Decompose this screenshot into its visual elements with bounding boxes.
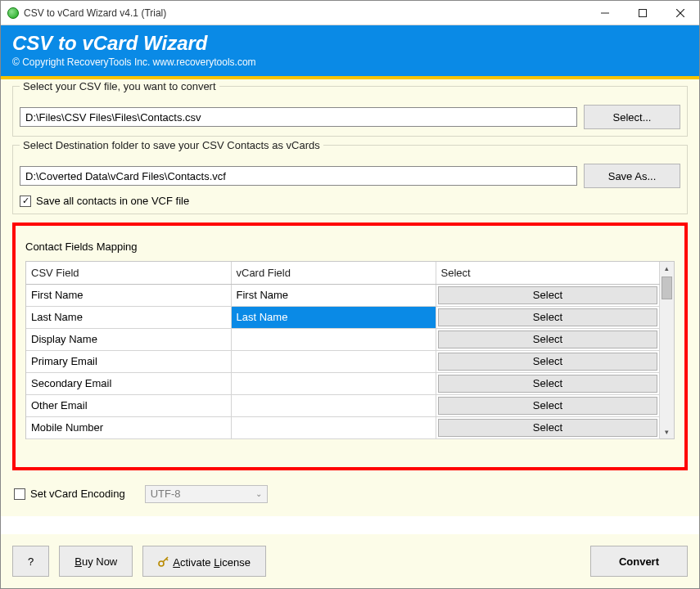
mapping-header-vcard[interactable]: vCard Field <box>231 262 436 284</box>
buy-now-button[interactable]: Buy Now <box>59 546 133 577</box>
select-cell: Select <box>436 284 660 306</box>
table-row[interactable]: Display NameSelect <box>26 328 660 350</box>
convert-button[interactable]: Convert <box>590 546 688 577</box>
destination-legend: Select Destination folder to save your C… <box>20 139 323 151</box>
window-maximize-button[interactable] <box>624 1 662 25</box>
select-cell: Select <box>436 416 660 438</box>
encoding-row: Set vCard Encoding UTF-8 ⌄ <box>14 485 686 503</box>
table-row[interactable]: Mobile NumberSelect <box>26 416 660 438</box>
mapping-group: Contact Fields Mapping CSV Field vCard F… <box>12 223 688 470</box>
csv-field-cell[interactable]: Other Email <box>26 394 231 416</box>
destination-path-input[interactable] <box>20 166 577 186</box>
activate-license-button[interactable]: Activate License <box>142 546 266 577</box>
csv-field-cell[interactable]: First Name <box>26 284 231 306</box>
source-legend: Select your CSV file, you want to conver… <box>20 80 219 92</box>
csv-field-cell[interactable]: Secondary Email <box>26 372 231 394</box>
encoding-checkbox[interactable] <box>14 488 25 500</box>
app-header: CSV to vCard Wizard © Copyright Recovery… <box>1 25 699 79</box>
vcard-field-cell[interactable] <box>231 328 436 350</box>
table-row[interactable]: Last NameLast NameSelect <box>26 306 660 328</box>
mapping-select-button[interactable]: Select <box>438 419 658 437</box>
mapping-select-button[interactable]: Select <box>438 330 658 348</box>
csv-field-cell[interactable]: Display Name <box>26 328 231 350</box>
mapping-select-button[interactable]: Select <box>438 308 658 326</box>
window-titlebar: CSV to vCard Wizard v4.1 (Trial) <box>1 1 699 25</box>
svg-rect-1 <box>639 9 647 16</box>
encoding-dropdown[interactable]: UTF-8 ⌄ <box>145 485 268 503</box>
mapping-header-select[interactable]: Select <box>436 262 660 284</box>
save-all-label: Save all contacts in one VCF file <box>36 195 189 207</box>
scroll-up-icon[interactable]: ▴ <box>660 262 674 275</box>
csv-field-cell[interactable]: Last Name <box>26 306 231 328</box>
encoding-label: Set vCard Encoding <box>30 488 125 500</box>
vcard-field-cell[interactable] <box>231 350 436 372</box>
mapping-scrollbar[interactable]: ▴ ▾ <box>660 262 675 439</box>
csv-field-cell[interactable]: Primary Email <box>26 350 231 372</box>
select-cell: Select <box>436 394 660 416</box>
app-icon <box>7 7 19 19</box>
select-cell: Select <box>436 372 660 394</box>
help-button[interactable]: ? <box>12 546 49 577</box>
table-row[interactable]: Other EmailSelect <box>26 394 660 416</box>
mapping-legend: Contact Fields Mapping <box>25 241 675 253</box>
mapping-header-csv[interactable]: CSV Field <box>26 262 231 284</box>
source-path-input[interactable] <box>20 107 577 127</box>
table-row[interactable]: Primary EmailSelect <box>26 350 660 372</box>
window-title: CSV to vCard Wizard v4.1 (Trial) <box>24 7 166 19</box>
mapping-header-row: CSV Field vCard Field Select <box>26 262 660 284</box>
source-select-button[interactable]: Select... <box>584 105 680 129</box>
save-all-checkbox[interactable]: ✓ <box>20 196 31 207</box>
window-minimize-button[interactable] <box>586 1 624 25</box>
table-row[interactable]: First NameFirst NameSelect <box>26 284 660 306</box>
vcard-field-cell[interactable] <box>231 416 436 438</box>
footer-bar: ? Buy Now Activate License Convert <box>1 534 699 588</box>
svg-line-6 <box>166 559 168 560</box>
vcard-field-cell[interactable]: Last Name <box>231 306 436 328</box>
mapping-select-button[interactable]: Select <box>438 375 658 393</box>
window-close-button[interactable] <box>662 1 699 25</box>
vcard-field-cell[interactable] <box>231 394 436 416</box>
encoding-value: UTF-8 <box>151 488 181 500</box>
scroll-down-icon[interactable]: ▾ <box>660 425 674 438</box>
chevron-down-icon: ⌄ <box>255 489 262 498</box>
scroll-thumb[interactable] <box>662 277 672 299</box>
select-cell: Select <box>436 350 660 372</box>
app-title: CSV to vCard Wizard <box>12 32 688 55</box>
key-icon <box>158 556 169 570</box>
csv-field-cell[interactable]: Mobile Number <box>26 416 231 438</box>
destination-group: Select Destination folder to save your C… <box>12 145 688 214</box>
app-subtitle: © Copyright RecoveryTools Inc. www.recov… <box>12 56 688 68</box>
mapping-select-button[interactable]: Select <box>438 286 658 304</box>
vcard-field-cell[interactable] <box>231 372 436 394</box>
mapping-table: CSV Field vCard Field Select First NameF… <box>26 262 660 439</box>
mapping-select-button[interactable]: Select <box>438 397 658 415</box>
table-row[interactable]: Secondary EmailSelect <box>26 372 660 394</box>
select-cell: Select <box>436 306 660 328</box>
destination-saveas-button[interactable]: Save As... <box>584 164 680 188</box>
vcard-field-cell[interactable]: First Name <box>231 284 436 306</box>
select-cell: Select <box>436 328 660 350</box>
source-group: Select your CSV file, you want to conver… <box>12 86 688 137</box>
mapping-select-button[interactable]: Select <box>438 353 658 371</box>
